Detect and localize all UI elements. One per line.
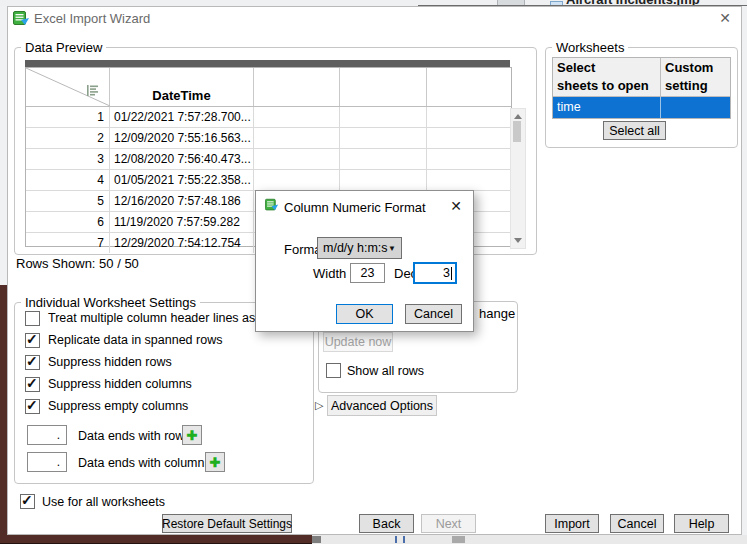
empty-cell xyxy=(427,128,511,148)
table-row[interactable]: 1 01/22/2021 7:57:28.700... xyxy=(26,107,511,128)
update-settings-text-fragment: hange xyxy=(479,306,515,321)
empty-cell xyxy=(427,170,511,190)
background-window-bottom xyxy=(0,535,747,544)
checkbox-label: Treat multiple column header lines as xyxy=(48,311,255,325)
dec-input[interactable]: 3 xyxy=(413,262,457,284)
checkbox-label: Suppress hidden rows xyxy=(48,355,172,369)
back-button[interactable]: Back xyxy=(359,514,414,533)
ok-button[interactable]: OK xyxy=(336,304,393,324)
cancel-button[interactable]: Cancel xyxy=(610,514,664,533)
column-header-datetime[interactable]: DateTime xyxy=(110,68,254,106)
dec-value: 3 xyxy=(443,266,450,280)
chevron-down-icon: ▼ xyxy=(388,244,396,253)
checkbox-suppress-hidden-columns[interactable]: ✓ xyxy=(25,377,40,392)
update-now-button[interactable]: Update now xyxy=(323,332,393,352)
jmp-app-icon xyxy=(265,198,279,212)
row-number: 2 xyxy=(26,128,110,148)
worksheets-table: Select sheets to open Custom setting tim… xyxy=(552,57,731,119)
window-title: Excel Import Wizard xyxy=(34,11,150,26)
data-ends-column-label: Data ends with column xyxy=(78,456,204,470)
scroll-down-icon[interactable] xyxy=(514,238,522,243)
table-row[interactable]: 3 12/08/2020 7:56:40.473... xyxy=(26,149,511,170)
worksheets-label: Worksheets xyxy=(552,40,628,55)
table-row[interactable]: 2 12/09/2020 7:55:16.563... xyxy=(26,128,511,149)
format-value: m/d/y h:m:s xyxy=(323,241,388,255)
column-header-empty[interactable] xyxy=(340,68,427,106)
disclosure-triangle-icon[interactable]: ▷ xyxy=(315,399,323,412)
empty-cell xyxy=(427,149,511,169)
checkbox-suppress-empty-columns[interactable]: ✓ xyxy=(25,399,40,414)
background-maroon-bar xyxy=(0,535,312,544)
worksheets-header: Select sheets to open Custom setting xyxy=(553,58,730,97)
background-tick xyxy=(403,536,405,543)
checkmark-icon: ✓ xyxy=(26,331,38,347)
advanced-options-button[interactable]: Advanced Options xyxy=(327,395,437,416)
column-numeric-format-dialog: Column Numeric Format ✕ Format: m/d/y h:… xyxy=(255,190,474,332)
column-list-icon xyxy=(87,85,99,96)
checkbox-label: Suppress empty columns xyxy=(48,399,188,413)
background-scrollbar-fragment xyxy=(452,536,465,543)
scroll-up-icon[interactable] xyxy=(514,114,522,119)
add-column-limit-button[interactable]: ✚ xyxy=(205,452,225,472)
row-number: 1 xyxy=(26,107,110,127)
column-header-empty[interactable] xyxy=(254,68,340,106)
dialog-cancel-button[interactable]: Cancel xyxy=(405,304,462,324)
background-window-edge-left xyxy=(0,285,7,544)
row-value: 01/05/2021 7:55:22.358... xyxy=(110,170,254,190)
row-number: 3 xyxy=(26,149,110,169)
data-ends-row-label: Data ends with row xyxy=(78,429,184,443)
screen: Aircraft Incidents.jmp Excel Import Wiza… xyxy=(0,0,747,544)
row-value: 12/16/2020 7:57:48.186 xyxy=(110,191,254,211)
data-preview-label: Data Preview xyxy=(21,40,106,55)
next-button[interactable]: Next xyxy=(421,514,476,533)
rows-shown-status: Rows Shown: 50 / 50 xyxy=(16,256,139,271)
empty-cell xyxy=(340,107,427,127)
empty-cell xyxy=(254,128,340,148)
data-ends-column-input[interactable]: . xyxy=(27,452,67,472)
checkbox-show-all-rows[interactable] xyxy=(326,363,341,378)
import-button[interactable]: Import xyxy=(545,514,599,533)
jmp-app-icon xyxy=(13,10,30,27)
table-header-row: DateTime xyxy=(26,68,511,107)
checkmark-icon: ✓ xyxy=(26,375,38,391)
table-row[interactable]: 4 01/05/2021 7:55:22.358... xyxy=(26,170,511,191)
background-bottom-block xyxy=(312,536,321,543)
row-value: 12/09/2020 7:55:16.563... xyxy=(110,128,254,148)
data-ends-row-input[interactable]: . xyxy=(27,425,67,445)
select-all-button[interactable]: Select all xyxy=(603,121,666,140)
checkbox-replicate-spanned[interactable]: ✓ xyxy=(25,333,40,348)
add-row-limit-button[interactable]: ✚ xyxy=(182,425,202,445)
checkmark-icon: ✓ xyxy=(21,492,33,508)
close-icon[interactable]: ✕ xyxy=(714,9,736,27)
checkbox-treat-header-lines[interactable] xyxy=(25,311,40,326)
dialog-title: Column Numeric Format xyxy=(284,200,426,215)
empty-cell xyxy=(254,170,340,190)
row-value: 01/22/2021 7:57:28.700... xyxy=(110,107,254,127)
width-input[interactable]: 23 xyxy=(350,263,385,283)
table-top-strip xyxy=(25,60,510,67)
empty-cell xyxy=(340,170,427,190)
scrollbar-thumb[interactable] xyxy=(513,121,521,142)
format-dropdown[interactable]: m/d/y h:m:s ▼ xyxy=(317,237,402,259)
worksheet-name[interactable]: time xyxy=(553,97,661,118)
empty-cell xyxy=(427,107,511,127)
row-number: 7 xyxy=(26,233,110,253)
checkbox-suppress-hidden-rows[interactable]: ✓ xyxy=(25,355,40,370)
corner-header-cell[interactable] xyxy=(26,68,110,106)
empty-cell xyxy=(254,107,340,127)
column-header-empty[interactable] xyxy=(427,68,511,106)
help-button[interactable]: Help xyxy=(674,514,729,533)
worksheet-row-time[interactable]: time xyxy=(553,97,730,118)
checkbox-use-all-worksheets[interactable]: ✓ xyxy=(20,494,35,509)
checkbox-label: Replicate data in spanned rows xyxy=(48,333,222,347)
use-all-worksheets-label: Use for all worksheets xyxy=(42,495,165,509)
preview-scrollbar[interactable] xyxy=(510,108,526,249)
background-tick xyxy=(395,536,397,543)
checkmark-icon: ✓ xyxy=(26,353,38,369)
row-value: 11/19/2020 7:57:59.282 xyxy=(110,212,254,232)
show-all-rows-label: Show all rows xyxy=(347,364,424,378)
row-value: 12/29/2020 7:54:12.754 xyxy=(110,233,254,253)
close-icon[interactable]: ✕ xyxy=(446,197,466,215)
restore-defaults-button[interactable]: Restore Default Settings xyxy=(162,514,292,533)
worksheets-col1-header: Select sheets to open xyxy=(553,58,661,96)
